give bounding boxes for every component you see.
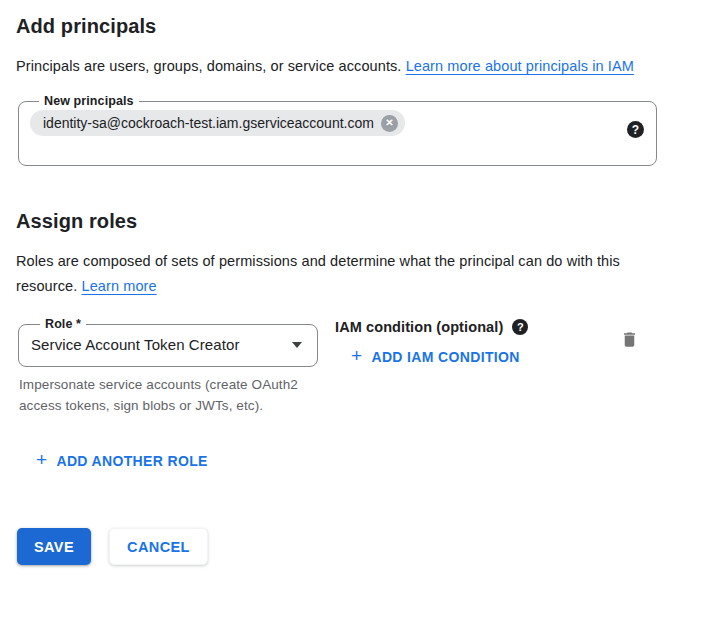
role-helper-text: Impersonate service accounts (create OAu… <box>19 374 311 416</box>
dialog-footer: SAVE CANCEL <box>17 528 697 565</box>
role-select[interactable]: Role * Service Account Token Creator <box>18 317 318 367</box>
learn-more-roles-link[interactable]: Learn more <box>81 278 156 294</box>
learn-more-principals-link[interactable]: Learn more about principals in IAM <box>406 58 634 74</box>
iam-condition-column: IAM condition (optional) ? + ADD IAM CON… <box>335 317 528 371</box>
principals-description-text: Principals are users, groups, domains, o… <box>16 58 406 74</box>
principals-description: Principals are users, groups, domains, o… <box>16 54 671 79</box>
chevron-down-icon <box>292 342 302 348</box>
new-principals-field[interactable]: New principals identity-sa@cockroach-tes… <box>18 94 657 166</box>
plus-icon: + <box>351 346 362 365</box>
add-iam-condition-button[interactable]: + ADD IAM CONDITION <box>343 342 528 371</box>
trash-icon <box>620 329 639 350</box>
add-iam-condition-label: ADD IAM CONDITION <box>371 349 519 365</box>
role-selected-value: Service Account Token Creator <box>31 336 240 353</box>
assign-roles-title: Assign roles <box>16 209 697 233</box>
iam-condition-help-icon[interactable]: ? <box>512 319 528 335</box>
save-button[interactable]: SAVE <box>17 528 91 565</box>
principal-chip-label: identity-sa@cockroach-test.iam.gservicea… <box>43 115 374 131</box>
add-another-role-label: ADD ANOTHER ROLE <box>56 453 207 469</box>
chip-remove-icon[interactable]: ✕ <box>381 115 398 132</box>
role-label: Role * <box>40 317 86 331</box>
plus-icon: + <box>36 450 47 469</box>
iam-condition-label: IAM condition (optional) <box>335 319 503 335</box>
add-principals-dialog: Add principals Principals are users, gro… <box>0 0 713 629</box>
principals-help-icon[interactable]: ? <box>627 121 644 138</box>
roles-description: Roles are composed of sets of permission… <box>16 249 671 299</box>
role-column: Role * Service Account Token Creator Imp… <box>16 317 316 416</box>
delete-role-button[interactable] <box>618 327 641 355</box>
add-another-role-button[interactable]: + ADD ANOTHER ROLE <box>28 446 216 475</box>
cancel-button[interactable]: CANCEL <box>109 528 208 565</box>
role-row: Role * Service Account Token Creator Imp… <box>16 317 697 416</box>
new-principals-label: New principals <box>39 94 139 108</box>
page-title: Add principals <box>16 14 697 38</box>
principal-chip[interactable]: identity-sa@cockroach-test.iam.gservicea… <box>30 110 405 136</box>
